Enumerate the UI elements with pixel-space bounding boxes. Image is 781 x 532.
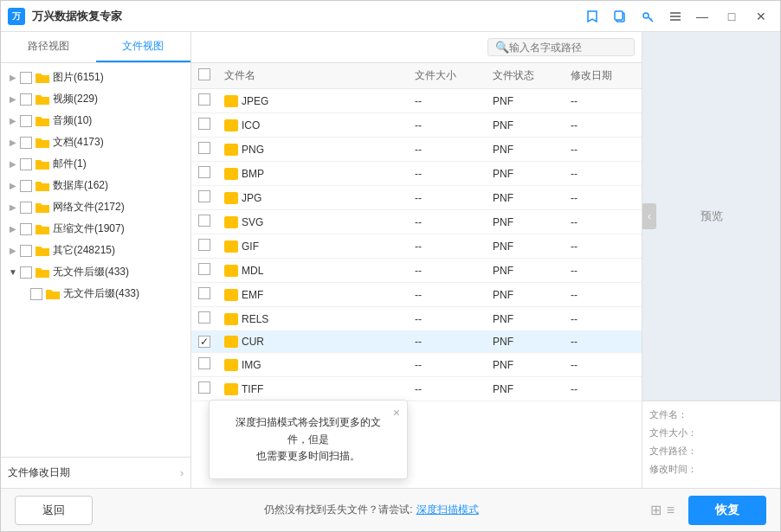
table-row[interactable]: EMF -- PNF -- (191, 283, 642, 307)
table-row[interactable]: JPEG -- PNF -- (191, 89, 642, 113)
file-date-2: -- (564, 138, 642, 162)
close-button[interactable]: ✕ (749, 4, 773, 29)
tree-label-zip: 压缩文件(1907) (53, 221, 125, 236)
folder-cell-12: TIFF (224, 383, 401, 395)
folder-cell-4: JPG (224, 192, 401, 204)
bookmark-icon[interactable] (583, 7, 602, 26)
maximize-button[interactable]: □ (720, 4, 744, 29)
tree-item-pictures[interactable]: ▶ 图片(6151) (1, 67, 190, 88)
table-row[interactable]: SVG -- PNF -- (191, 210, 642, 234)
tree-item-audio[interactable]: ▶ 音频(10) (1, 110, 190, 131)
sidebar-bottom-date[interactable]: 文件修改日期 › (1, 457, 190, 488)
row-checkbox-8[interactable] (198, 287, 210, 299)
folder-icon-11 (224, 359, 238, 371)
table-row[interactable]: GIF -- PNF -- (191, 234, 642, 259)
col-filedate: 修改日期 (564, 63, 642, 89)
tree-checkbox-zip[interactable] (20, 223, 32, 235)
row-checkbox-6[interactable] (198, 239, 210, 251)
back-button[interactable]: 返回 (15, 496, 93, 525)
row-checkbox-1[interactable] (198, 118, 210, 130)
table-row[interactable]: PNG -- PNF -- (191, 138, 642, 162)
table-row[interactable]: MDL -- PNF -- (191, 259, 642, 283)
popup-close-button[interactable]: × (393, 406, 400, 420)
restore-button[interactable]: 恢复 (688, 496, 766, 525)
tree-item-videos[interactable]: ▶ 视频(229) (1, 88, 190, 110)
file-status-9: PNF (486, 307, 564, 331)
tree-item-docs[interactable]: ▶ 文档(4173) (1, 131, 190, 153)
row-checkbox-11[interactable] (198, 357, 210, 369)
tree-checkbox-audio[interactable] (20, 115, 32, 127)
tree-checkbox-database[interactable] (20, 180, 32, 192)
minimize-button[interactable]: — (690, 4, 714, 29)
table-row[interactable]: IMG -- PNF -- (191, 353, 642, 377)
copy-icon[interactable] (610, 7, 629, 26)
table-row[interactable]: TIFF -- PNF -- (191, 377, 642, 401)
preview-image-area: ‹ 预览 (642, 32, 780, 401)
folder-icon (36, 180, 49, 192)
file-name-8: EMF (242, 289, 263, 301)
table-row[interactable]: BMP -- PNF -- (191, 162, 642, 186)
tree-subitem-noext[interactable]: 无文件后缀(433) (27, 283, 190, 304)
tree-item-email[interactable]: ▶ 邮件(1) (1, 153, 190, 175)
file-date-7: -- (564, 259, 642, 283)
tree-checkbox-subnoext[interactable] (30, 288, 42, 300)
tree-checkbox-pictures[interactable] (20, 72, 32, 84)
tree-checkbox-other[interactable] (20, 245, 32, 257)
row-checkbox-9[interactable] (198, 311, 210, 324)
folder-cell-7: MDL (224, 265, 401, 277)
row-checkbox-10[interactable]: ✓ (198, 336, 210, 348)
folder-cell-11: IMG (224, 359, 401, 371)
table-row[interactable]: JPG -- PNF -- (191, 186, 642, 210)
col-checkbox (191, 63, 217, 89)
file-name-6: GIF (242, 240, 259, 253)
table-row[interactable]: RELS -- PNF -- (191, 307, 642, 331)
table-row[interactable]: ✓ CUR -- PNF -- (191, 331, 642, 353)
folder-icon (36, 245, 49, 257)
file-size-1: -- (408, 113, 486, 138)
folder-icon-8 (224, 289, 238, 301)
app-title: 万兴数据恢复专家 (32, 9, 122, 24)
deep-scan-link[interactable]: 深度扫描模式 (416, 503, 479, 517)
tab-path[interactable]: 路径视图 (1, 32, 96, 62)
file-date-9: -- (564, 307, 642, 331)
file-name-5: SVG (242, 216, 263, 228)
title-bar: 万 万兴数据恢复专家 — (1, 1, 780, 32)
folder-icon-6 (224, 240, 238, 253)
tree-checkbox-email[interactable] (20, 158, 32, 170)
row-checkbox-5[interactable] (198, 215, 210, 227)
tree-checkbox-web[interactable] (20, 202, 32, 214)
key-icon[interactable] (638, 7, 657, 26)
tree-arrow: ▶ (8, 94, 18, 105)
list-view-icon[interactable]: ≡ (667, 503, 674, 518)
row-checkbox-4[interactable] (198, 190, 210, 202)
row-checkbox-2[interactable] (198, 142, 210, 154)
grid-view-icon[interactable]: ⊞ (650, 502, 662, 518)
tree-checkbox-noext[interactable] (20, 266, 32, 279)
tree-item-zip[interactable]: ▶ 压缩文件(1907) (1, 218, 190, 240)
row-checkbox-3[interactable] (198, 166, 210, 178)
row-checkbox-7[interactable] (198, 263, 210, 275)
file-date-10: -- (564, 331, 642, 353)
folder-icon-sub (46, 288, 60, 300)
row-checkbox-0[interactable] (198, 93, 210, 106)
table-row[interactable]: ICO -- PNF -- (191, 113, 642, 138)
file-name-9: RELS (242, 313, 268, 325)
search-input[interactable] (509, 42, 630, 54)
menu-icon[interactable] (666, 7, 685, 26)
file-date-8: -- (564, 283, 642, 307)
tree-checkbox-docs[interactable] (20, 137, 32, 149)
folder-icon-7 (224, 265, 238, 277)
sidebar-tabs: 路径视图 文件视图 (1, 32, 190, 63)
tree-item-database[interactable]: ▶ 数据库(162) (1, 175, 190, 196)
folder-cell-0: JPEG (224, 95, 401, 107)
file-size-5: -- (408, 210, 486, 234)
row-checkbox-12[interactable] (198, 381, 210, 394)
tree-item-noext[interactable]: ▼ 无文件后缀(433) (1, 261, 190, 283)
select-all-checkbox[interactable] (198, 68, 210, 80)
file-status-8: PNF (486, 283, 564, 307)
tab-file[interactable]: 文件视图 (96, 32, 191, 62)
tree-item-other[interactable]: ▶ 其它(248215) (1, 240, 190, 261)
preview-expand-button[interactable]: ‹ (642, 203, 656, 229)
tree-item-web[interactable]: ▶ 网络文件(2172) (1, 196, 190, 218)
tree-checkbox-videos[interactable] (20, 93, 32, 106)
